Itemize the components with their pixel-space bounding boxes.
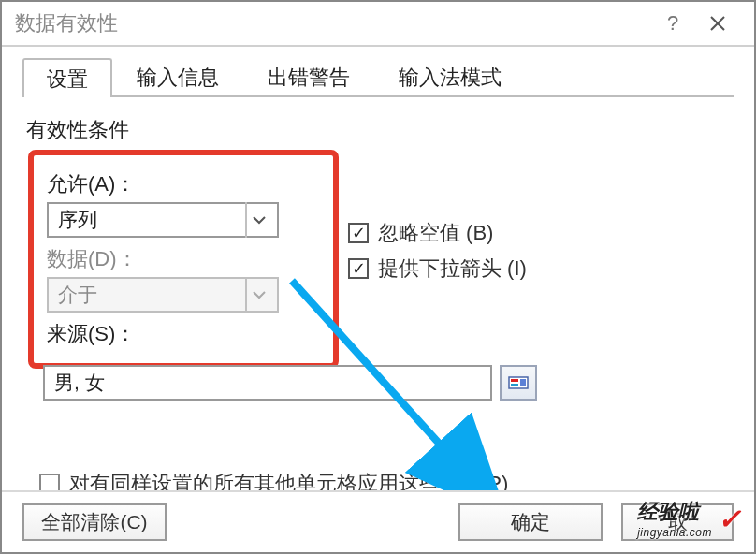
clear-all-label: 全部清除(C) [41,509,147,535]
content-area: 设置 输入信息 出错警告 输入法模式 有效性条件 允许(A)： 序列 数据(D)… [2,47,754,552]
tab-settings[interactable]: 设置 [22,58,112,97]
checkbox-checked-icon: ✓ [348,258,369,279]
svg-rect-5 [520,379,526,386]
checkbox-checked-icon: ✓ [348,223,369,243]
source-label: 来源(S)： [47,320,320,348]
data-combo-value: 介于 [58,282,97,308]
source-row: 男, 女 [43,365,543,401]
svg-rect-4 [511,384,518,386]
ok-button[interactable]: 确定 [458,503,603,541]
titlebar: 数据有效性 ? [2,2,754,47]
allow-label: 允许(A)： [47,170,320,198]
ok-label: 确定 [511,509,550,535]
help-button[interactable]: ? [651,1,694,46]
criteria-legend: 有效性条件 [26,116,734,144]
watermark-url: jingyanla.com [637,526,712,539]
svg-rect-3 [511,379,518,382]
dropdown-arrow-label: 提供下拉箭头 (I) [378,255,527,283]
close-icon [708,14,727,33]
chevron-down-icon [245,202,271,238]
tab-strip: 设置 输入信息 出错警告 输入法模式 [22,58,734,97]
in-cell-dropdown-checkbox[interactable]: ✓ 提供下拉箭头 (I) [348,255,527,283]
right-checkbox-group: ✓ 忽略空值 (B) ✓ 提供下拉箭头 (I) [348,219,527,283]
range-picker-button[interactable] [500,365,537,401]
data-combo: 介于 [47,277,279,313]
tab-error-alert[interactable]: 出错警告 [243,56,374,95]
tab-input-message[interactable]: 输入信息 [112,56,243,95]
close-button[interactable] [694,1,741,46]
window-title: 数据有效性 [15,9,651,37]
allow-combo[interactable]: 序列 [47,202,279,238]
allow-combo-value: 序列 [58,207,97,233]
dialog-window: 数据有效性 ? 设置 输入信息 出错警告 输入法模式 有效性条件 允许(A)： … [0,0,756,554]
chevron-down-icon [245,277,271,313]
range-picker-icon [508,374,529,391]
watermark: 经验啦 jingyanla.com ✓ [637,498,741,539]
checkmark-icon: ✓ [718,503,741,535]
ignore-blank-checkbox[interactable]: ✓ 忽略空值 (B) [348,219,527,247]
help-icon: ? [667,11,678,36]
data-label: 数据(D)： [47,245,320,273]
source-input-value: 男, 女 [54,370,105,396]
source-input[interactable]: 男, 女 [43,365,492,401]
criteria-highlight-box: 允许(A)： 序列 数据(D)： 介于 来源(S)： [28,150,339,369]
watermark-brand: 经验啦 [637,500,699,523]
clear-all-button[interactable]: 全部清除(C) [22,503,167,541]
ignore-blank-label: 忽略空值 (B) [378,219,493,247]
tab-ime-mode[interactable]: 输入法模式 [374,56,526,95]
